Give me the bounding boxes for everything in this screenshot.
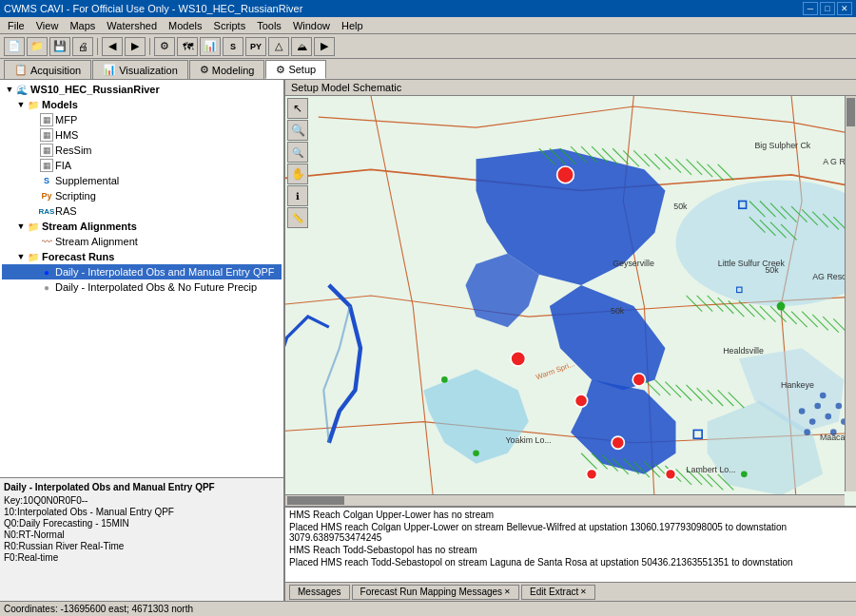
tab-setup[interactable]: ⚙ Setup	[265, 60, 326, 79]
toolbar-forward[interactable]: ▶	[125, 37, 146, 56]
toolbar-py[interactable]: PY	[245, 37, 266, 56]
tree-forecast-runs[interactable]: ▼ 📁 Forecast Runs	[2, 249, 282, 264]
menu-file[interactable]: File	[2, 19, 30, 32]
svg-point-72	[511, 352, 525, 366]
map-zoom-out-tool[interactable]: 🔍	[287, 142, 308, 163]
svg-point-89	[804, 429, 810, 435]
tree-ras[interactable]: RAS RAS	[2, 203, 282, 219]
menu-maps[interactable]: Maps	[64, 19, 101, 32]
minimize-button[interactable]: ─	[803, 2, 818, 15]
tree-daily-no-precip[interactable]: ● Daily - Interpolated Obs & No Future P…	[2, 279, 282, 295]
tree-stream-alignments[interactable]: ▼ 📁 Stream Alignments	[2, 219, 282, 234]
fr-icon: 📁	[27, 250, 40, 263]
scripting-icon: Py	[40, 189, 53, 202]
msg-tab-edit-extract[interactable]: Edit Extract ✕	[521, 585, 595, 600]
toolbar-back[interactable]: ◀	[102, 37, 123, 56]
di-icon: ●	[40, 265, 53, 279]
tree-ressim[interactable]: ▦ ResSim	[2, 143, 282, 158]
map-pan-tool[interactable]: ✋	[287, 164, 308, 184]
tab-modeling[interactable]: ⚙ Modeling	[189, 60, 265, 79]
svg-text:Yoakim Lo...: Yoakim Lo...	[505, 435, 551, 445]
toolbar-mountain[interactable]: ⛰	[291, 37, 312, 56]
tree-stream-alignment[interactable]: 〰 Stream Alignment	[2, 234, 282, 249]
vscroll-thumb[interactable]	[846, 98, 855, 126]
svg-text:Geyserville: Geyserville	[613, 259, 654, 268]
tree-models[interactable]: ▼ 📁 Models	[2, 97, 282, 112]
maximize-button[interactable]: □	[820, 2, 835, 15]
menu-scripts[interactable]: Scripts	[208, 19, 252, 32]
svg-point-80	[441, 376, 448, 383]
message-line-3: Placed HMS reach Todd-Sebastopol on stre…	[289, 557, 852, 568]
tree-fia[interactable]: ▦ FIA	[2, 158, 282, 173]
tree-supplemental[interactable]: S Supplemental	[2, 173, 282, 188]
toolbar-print[interactable]: 🖨	[72, 37, 93, 56]
tab-acquisition[interactable]: 📋 Acquisition	[4, 60, 91, 79]
tree-scripting[interactable]: Py Scripting	[2, 188, 282, 203]
svg-point-90	[825, 414, 831, 420]
menu-help[interactable]: Help	[336, 19, 369, 32]
sep1	[97, 38, 98, 55]
svg-text:50k: 50k	[611, 306, 625, 316]
tree-root[interactable]: ▼ 🌊 WS10_HEC_RussianRiver	[2, 82, 282, 97]
toolbar-settings[interactable]: ⚙	[154, 37, 175, 56]
forecast-tab-close[interactable]: ✕	[504, 587, 511, 596]
tree-hms[interactable]: ▦ HMS	[2, 127, 282, 143]
ras-icon: RAS	[40, 204, 53, 218]
sep2	[149, 38, 150, 55]
tree-fia-label: FIA	[55, 160, 71, 171]
models-toggle[interactable]: ▼	[15, 100, 27, 109]
tree-area[interactable]: ▼ 🌊 WS10_HEC_RussianRiver ▼ 📁 Models ▦ M…	[0, 80, 283, 477]
toolbar-new[interactable]: 📄	[4, 37, 25, 56]
tab-bar: 📋 Acquisition 📊 Visualization ⚙ Modeling…	[0, 59, 856, 80]
msg-tab-forecast[interactable]: Forecast Run Mapping Messages ✕	[352, 585, 520, 600]
tab-visualization[interactable]: 📊 Visualization	[92, 60, 188, 79]
tree-daily-interp[interactable]: ● Daily - Interpolated Obs and Manual En…	[2, 264, 282, 279]
map-identify-tool[interactable]: ℹ	[287, 185, 308, 206]
toolbar-open[interactable]: 📁	[27, 37, 48, 56]
msg-tab-messages[interactable]: Messages	[289, 585, 350, 600]
info-line-3: N0:RT-Normal	[4, 529, 280, 540]
map-hscroll[interactable]	[285, 494, 845, 506]
message-content[interactable]: HMS Reach Colgan Upper-Lower has no stre…	[285, 508, 856, 582]
left-panel: ▼ 🌊 WS10_HEC_RussianRiver ▼ 📁 Models ▦ M…	[0, 80, 285, 601]
tree-ras-label: RAS	[55, 205, 77, 217]
root-toggle[interactable]: ▼	[4, 85, 15, 94]
svg-text:Hankeye: Hankeye	[781, 380, 814, 390]
toolbar: 📄 📁 💾 🖨 ◀ ▶ ⚙ 🗺 📊 S PY △ ⛰ ▶	[0, 34, 856, 59]
menu-tools[interactable]: Tools	[251, 19, 287, 32]
map-zoom-in-tool[interactable]: 🔍	[287, 120, 308, 141]
toolbar-map[interactable]: 🗺	[177, 37, 198, 56]
sa-item-icon: 〰	[40, 235, 53, 248]
close-button[interactable]: ✕	[837, 2, 852, 15]
info-line-4: R0:Russian River Real-Time	[4, 541, 280, 551]
menu-models[interactable]: Models	[163, 19, 207, 32]
map-select-tool[interactable]: ↖	[287, 98, 308, 119]
hscroll-thumb[interactable]	[287, 496, 344, 505]
main-content: ▼ 🌊 WS10_HEC_RussianRiver ▼ 📁 Models ▦ M…	[0, 80, 856, 601]
toolbar-chart[interactable]: 📊	[200, 37, 221, 56]
map-container[interactable]: ↖ 🔍 🔍 ✋ ℹ 📏	[285, 96, 856, 506]
tree-scripting-label: Scripting	[55, 190, 96, 202]
menu-watershed[interactable]: Watershed	[101, 19, 163, 32]
message-area: HMS Reach Colgan Upper-Lower has no stre…	[285, 506, 856, 601]
sa-toggle[interactable]: ▼	[15, 221, 27, 231]
tree-mfp[interactable]: ▦ MFP	[2, 112, 282, 127]
toolbar-s[interactable]: S	[223, 37, 243, 56]
tree-root-label: WS10_HEC_RussianRiver	[30, 84, 160, 95]
toolbar-save[interactable]: 💾	[49, 37, 70, 56]
menu-view[interactable]: View	[30, 19, 65, 32]
fr-toggle[interactable]: ▼	[15, 252, 27, 261]
extract-tab-close[interactable]: ✕	[580, 587, 587, 596]
menu-window[interactable]: Window	[287, 19, 336, 32]
right-panel: Setup Model Schematic ↖ 🔍 🔍 ✋ ℹ 📏	[285, 80, 856, 601]
map-measure-tool[interactable]: 📏	[287, 207, 308, 228]
supp-icon: S	[40, 174, 53, 187]
map-vscroll[interactable]	[845, 96, 856, 491]
tree-hms-label: HMS	[55, 129, 78, 141]
toolbar-triangle[interactable]: △	[268, 37, 289, 56]
svg-text:50k: 50k	[765, 265, 779, 275]
map-header: Setup Model Schematic	[285, 80, 856, 96]
toolbar-run[interactable]: ▶	[314, 37, 335, 56]
tree-models-label: Models	[42, 99, 78, 110]
svg-point-77	[587, 469, 597, 479]
